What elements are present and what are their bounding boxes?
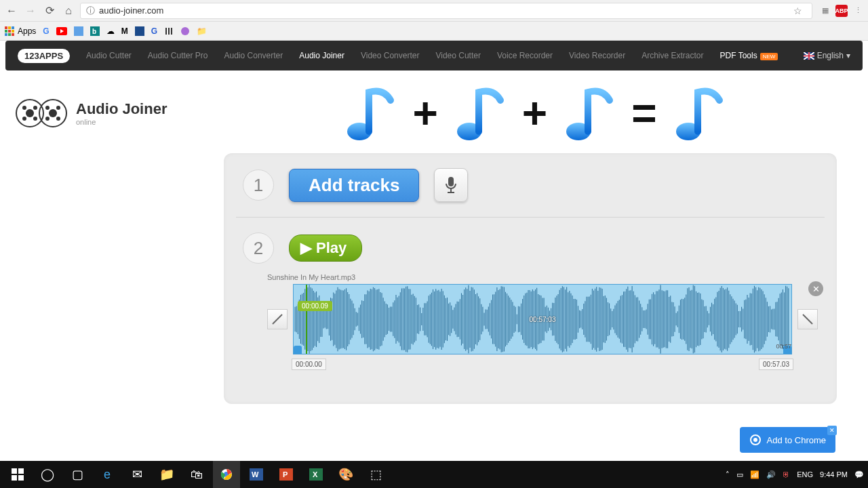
add-tracks-button[interactable]: Add tracks xyxy=(289,169,419,202)
svg-rect-8 xyxy=(12,33,14,36)
language-selector[interactable]: English ▾ xyxy=(804,51,850,60)
nav-audio-joiner[interactable]: Audio Joiner xyxy=(299,51,344,60)
url-bar[interactable]: ⓘ audio-joiner.com ☆ xyxy=(80,3,812,19)
svg-point-28 xyxy=(56,106,60,110)
bookmark-folder[interactable]: 📁 xyxy=(197,26,207,36)
excel-button[interactable]: X xyxy=(302,461,330,488)
fade-in-button[interactable] xyxy=(267,309,288,329)
grid-ext-icon[interactable]: ▦ xyxy=(819,5,831,17)
svg-rect-1 xyxy=(8,26,11,29)
svg-point-26 xyxy=(49,109,57,117)
svg-point-390 xyxy=(753,438,757,442)
svg-text:W: W xyxy=(252,470,259,479)
record-mic-button[interactable] xyxy=(434,168,468,202)
bookmark-g-blue[interactable]: G xyxy=(151,26,157,36)
start-handle[interactable] xyxy=(294,346,302,354)
bookmark-cloud[interactable]: ☁ xyxy=(106,26,115,36)
start-time-tag[interactable]: 00:00.00 xyxy=(292,359,326,370)
bookmark-star-icon[interactable]: ☆ xyxy=(793,5,802,16)
nav-archive-extractor[interactable]: Archive Extractor xyxy=(642,51,703,60)
svg-point-23 xyxy=(22,117,26,121)
plus-icon: + xyxy=(412,88,437,138)
reload-button[interactable]: ⟳ xyxy=(42,3,57,18)
svg-point-30 xyxy=(56,117,60,121)
bookmark-google[interactable]: G xyxy=(43,26,49,36)
app-button[interactable]: ⬚ xyxy=(362,461,389,488)
cortana-button[interactable]: ◯ xyxy=(34,461,61,488)
url-text: audio-joiner.com xyxy=(99,5,163,16)
bookmark-m[interactable]: M xyxy=(121,26,128,36)
step-1-bullet: 1 xyxy=(243,169,274,201)
start-button[interactable] xyxy=(4,461,31,488)
abp-ext-icon[interactable]: ABP xyxy=(835,5,848,17)
nav-voice-recorder[interactable]: Voice Recorder xyxy=(497,51,553,60)
task-view-button[interactable]: ▢ xyxy=(64,461,91,488)
paint-button[interactable]: 🎨 xyxy=(332,461,359,488)
clock[interactable]: 9:44 PM xyxy=(820,470,848,479)
svg-rect-14 xyxy=(165,28,167,35)
powerpoint-button[interactable]: P xyxy=(273,461,300,488)
forward-button[interactable]: → xyxy=(23,3,38,18)
microphone-icon xyxy=(444,176,458,194)
mail-button[interactable]: ✉ xyxy=(123,461,151,488)
bookmark-darkblue[interactable] xyxy=(135,26,144,36)
site-nav: 123APPS Audio Cutter Audio Cutter Pro Au… xyxy=(5,41,863,70)
site-logo[interactable]: 123APPS xyxy=(18,49,70,63)
svg-point-21 xyxy=(22,106,26,110)
nav-audio-converter[interactable]: Audio Converter xyxy=(224,51,283,60)
wifi-icon[interactable]: 📶 xyxy=(750,470,760,479)
bookmark-youtube[interactable] xyxy=(56,27,67,35)
track-area: Sunshine In My Heart.mp3 00:00.09 00:57:… xyxy=(243,273,818,370)
nav-pdf-tools[interactable]: PDF ToolsNEW xyxy=(720,51,778,60)
svg-rect-15 xyxy=(168,28,170,35)
close-add-chrome-icon[interactable]: ✕ xyxy=(827,426,837,435)
svg-rect-10 xyxy=(74,26,83,36)
editor-panel: 1 Add tracks 2 ▶ Play Sunshine In My Hea… xyxy=(224,153,837,404)
remove-track-button[interactable]: ✕ xyxy=(808,281,823,296)
app-logo: Audio Joiner online xyxy=(15,96,167,130)
system-tray: ˄ ▭ 📶 🔊 ⛨ ENG 9:44 PM 💬 xyxy=(726,470,864,479)
home-button[interactable]: ⌂ xyxy=(61,3,76,18)
bookmark-purple[interactable] xyxy=(180,26,190,36)
notifications-icon[interactable]: 💬 xyxy=(854,470,864,479)
fade-out-button[interactable] xyxy=(797,309,818,329)
back-button[interactable]: ← xyxy=(4,3,19,18)
bookmark-bing[interactable]: b xyxy=(90,26,100,36)
waveform-wrap: 00:00.09 00:57:03 00:57 ✕ xyxy=(267,284,818,354)
apps-bookmark[interactable]: Apps xyxy=(4,26,36,37)
volume-icon[interactable]: 🔊 xyxy=(766,470,776,479)
svg-rect-391 xyxy=(12,468,17,474)
svg-rect-393 xyxy=(12,475,17,481)
chrome-button[interactable] xyxy=(213,461,240,488)
nav-audio-cutter[interactable]: Audio Cutter xyxy=(86,51,132,60)
chrome-swirl-icon xyxy=(749,434,762,446)
explorer-button[interactable]: 📁 xyxy=(153,461,180,488)
svg-line-38 xyxy=(273,314,282,324)
windows-taskbar: ◯ ▢ e ✉ 📁 🛍 W P X 🎨 ⬚ ˄ ▭ 📶 🔊 ⛨ ENG 9:44… xyxy=(0,461,868,488)
word-button[interactable]: W xyxy=(243,461,270,488)
nav-audio-cutter-pro[interactable]: Audio Cutter Pro xyxy=(148,51,208,60)
tray-chevron-icon[interactable]: ˄ xyxy=(726,470,730,479)
nav-video-recorder[interactable]: Video Recorder xyxy=(569,51,625,60)
playhead[interactable] xyxy=(306,285,307,354)
battery-icon[interactable]: ▭ xyxy=(736,470,743,479)
step-1: 1 Add tracks xyxy=(243,168,818,202)
nav-video-cutter[interactable]: Video Cutter xyxy=(435,51,481,60)
waveform[interactable]: 00:00.09 00:57:03 00:57 xyxy=(293,284,792,354)
bookmark-blue[interactable] xyxy=(74,26,83,36)
shield-icon[interactable]: ⛨ xyxy=(783,470,790,479)
site-info-icon[interactable]: ⓘ xyxy=(86,5,95,17)
play-button[interactable]: ▶ Play xyxy=(289,235,362,262)
svg-rect-13 xyxy=(135,26,144,36)
svg-rect-2 xyxy=(12,26,14,29)
end-time-tag[interactable]: 00:57.03 xyxy=(759,359,793,370)
nav-video-converter[interactable]: Video Converter xyxy=(361,51,420,60)
edge-button[interactable]: e xyxy=(94,461,121,488)
bookmark-bars[interactable] xyxy=(164,26,174,36)
music-note-icon xyxy=(672,83,726,144)
store-button[interactable]: 🛍 xyxy=(183,461,210,488)
apps-grid-icon xyxy=(4,26,15,37)
add-to-chrome-button[interactable]: Add to Chrome ✕ xyxy=(740,427,835,453)
menu-icon[interactable]: ⋮ xyxy=(852,5,864,17)
keyboard-lang[interactable]: ENG xyxy=(797,470,813,479)
